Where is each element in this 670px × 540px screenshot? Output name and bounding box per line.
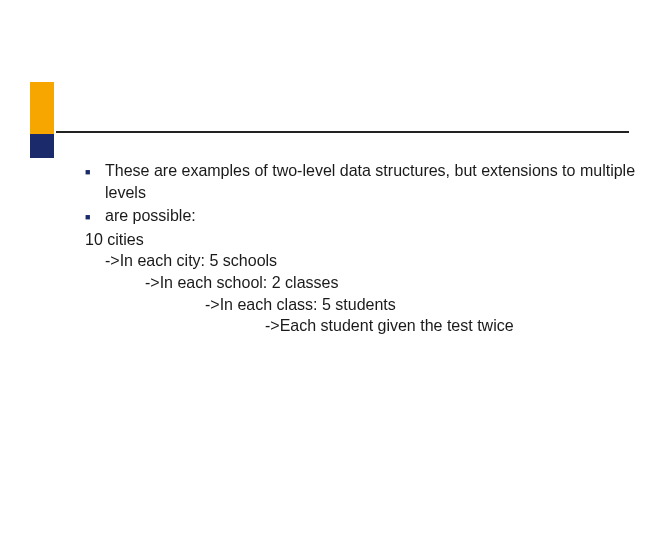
hierarchy-line-level2: ->In each school: 2 classes <box>145 272 645 294</box>
bullet-text: are possible: <box>105 205 645 227</box>
bullet-square-icon: ■ <box>85 160 105 178</box>
divider-line <box>56 131 629 133</box>
accent-navy-block <box>30 134 54 158</box>
bullet-square-icon: ■ <box>85 205 105 223</box>
hierarchy-line-level3: ->In each class: 5 students <box>205 294 645 316</box>
bullet-item: ■ These are examples of two-level data s… <box>85 160 645 203</box>
content-area: ■ These are examples of two-level data s… <box>85 160 645 337</box>
hierarchy-line-root: 10 cities <box>85 229 645 251</box>
hierarchy-line-level4: ->Each student given the test twice <box>265 315 645 337</box>
bullet-item: ■ are possible: <box>85 205 645 227</box>
hierarchy-line-level1: ->In each city: 5 schools <box>105 250 645 272</box>
slide: ■ These are examples of two-level data s… <box>0 0 670 540</box>
bullet-text: These are examples of two-level data str… <box>105 160 645 203</box>
